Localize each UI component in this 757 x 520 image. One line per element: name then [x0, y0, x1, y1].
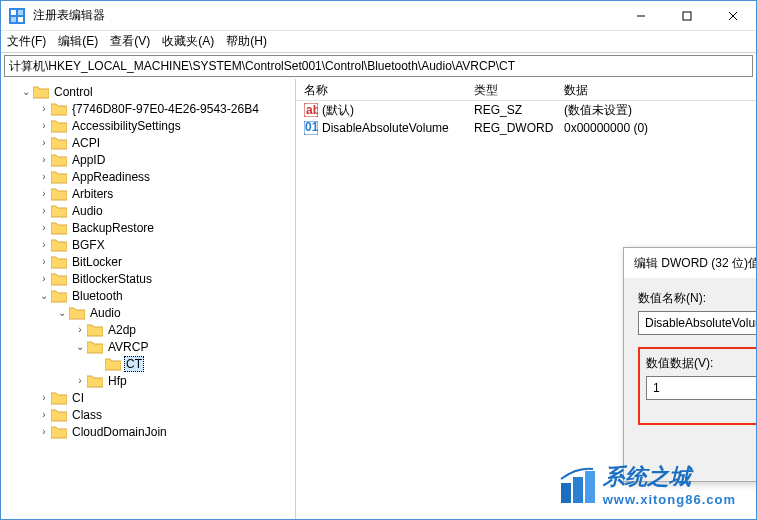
tree-node[interactable]: ›BGFX — [1, 236, 295, 253]
watermark: 系统之城 www.xitong86.com — [557, 462, 736, 507]
close-button[interactable] — [710, 1, 756, 31]
value-data-highlight: 数值数据(V): — [638, 347, 757, 425]
folder-icon — [51, 425, 67, 439]
svg-rect-4 — [18, 17, 23, 22]
folder-icon — [51, 170, 67, 184]
chevron-right-icon[interactable]: › — [73, 375, 87, 386]
chevron-down-icon[interactable]: ⌄ — [55, 307, 69, 318]
menu-edit[interactable]: 编辑(E) — [58, 33, 98, 50]
list-item[interactable]: 011DisableAbsoluteVolume REG_DWORD 0x000… — [296, 119, 756, 137]
watermark-url: www.xitong86.com — [603, 492, 736, 507]
chevron-right-icon[interactable]: › — [73, 324, 87, 335]
chevron-right-icon[interactable]: › — [37, 239, 51, 250]
svg-text:011: 011 — [305, 121, 318, 134]
folder-icon — [51, 153, 67, 167]
svg-rect-1 — [11, 10, 16, 15]
tree-node-control[interactable]: ⌄ Control — [1, 83, 295, 100]
tree-node-bluetooth[interactable]: ⌄Bluetooth — [1, 287, 295, 304]
menu-view[interactable]: 查看(V) — [110, 33, 150, 50]
tree-node[interactable]: ›A2dp — [1, 321, 295, 338]
menu-file[interactable]: 文件(F) — [7, 33, 46, 50]
chevron-right-icon[interactable]: › — [37, 392, 51, 403]
list-panel: 名称 类型 数据 ab(默认) REG_SZ (数值未设置) 011Disabl… — [296, 79, 756, 519]
chevron-right-icon[interactable]: › — [37, 256, 51, 267]
tree-node[interactable]: ›AppID — [1, 151, 295, 168]
tree-node[interactable]: ›Audio — [1, 202, 295, 219]
dword-value-icon: 011 — [304, 121, 318, 135]
chevron-right-icon[interactable]: › — [37, 154, 51, 165]
folder-icon — [51, 391, 67, 405]
tree-node[interactable]: ›CloudDomainJoin — [1, 423, 295, 440]
col-name[interactable]: 名称 — [296, 79, 466, 100]
tree-node[interactable]: ›AppReadiness — [1, 168, 295, 185]
window-title: 注册表编辑器 — [33, 7, 618, 24]
list-item[interactable]: ab(默认) REG_SZ (数值未设置) — [296, 101, 756, 119]
string-value-icon: ab — [304, 103, 318, 117]
col-type[interactable]: 类型 — [466, 79, 556, 100]
tree-node[interactable]: ›Arbiters — [1, 185, 295, 202]
list-header: 名称 类型 数据 — [296, 79, 756, 101]
chevron-right-icon[interactable]: › — [37, 205, 51, 216]
folder-icon — [51, 221, 67, 235]
value-name-label: 数值名称(N): — [638, 290, 757, 307]
folder-icon — [51, 408, 67, 422]
menu-help[interactable]: 帮助(H) — [226, 33, 267, 50]
svg-rect-15 — [585, 471, 595, 503]
folder-icon — [105, 357, 121, 371]
regedit-icon — [9, 8, 25, 24]
tree-node[interactable]: ›BitlockerStatus — [1, 270, 295, 287]
chevron-right-icon[interactable]: › — [37, 103, 51, 114]
folder-icon — [51, 272, 67, 286]
watermark-name: 系统之城 — [603, 462, 736, 492]
tree-node-bt-audio[interactable]: ⌄Audio — [1, 304, 295, 321]
svg-text:ab: ab — [306, 103, 318, 117]
tree-node[interactable]: ›CI — [1, 389, 295, 406]
folder-icon — [51, 204, 67, 218]
value-name-input[interactable] — [638, 311, 757, 335]
address-bar[interactable]: 计算机\HKEY_LOCAL_MACHINE\SYSTEM\ControlSet… — [4, 55, 753, 77]
tree-node[interactable]: ›Hfp — [1, 372, 295, 389]
dialog-titlebar[interactable]: 编辑 DWORD (32 位)值 ✕ — [624, 248, 757, 278]
chevron-right-icon[interactable]: › — [37, 273, 51, 284]
svg-rect-14 — [573, 477, 583, 503]
folder-icon — [51, 119, 67, 133]
tree-panel[interactable]: ⌄ Control ›{7746D80F-97E0-4E26-9543-26B4… — [1, 79, 296, 519]
col-data[interactable]: 数据 — [556, 79, 756, 100]
edit-dword-dialog: 编辑 DWORD (32 位)值 ✕ 数值名称(N): 数值数据(V): 基数 … — [623, 247, 757, 482]
dialog-title: 编辑 DWORD (32 位)值 — [634, 255, 757, 272]
address-text: 计算机\HKEY_LOCAL_MACHINE\SYSTEM\ControlSet… — [9, 58, 515, 75]
tree-node[interactable]: ›BackupRestore — [1, 219, 295, 236]
tree-node[interactable]: ›Class — [1, 406, 295, 423]
folder-icon — [87, 374, 103, 388]
chevron-down-icon[interactable]: ⌄ — [37, 290, 51, 301]
titlebar: 注册表编辑器 — [1, 1, 756, 31]
tree-node[interactable]: ›BitLocker — [1, 253, 295, 270]
tree-node[interactable]: ›AccessibilitySettings — [1, 117, 295, 134]
tree-node-ct[interactable]: ·CT — [1, 355, 295, 372]
svg-rect-13 — [561, 483, 571, 503]
tree-node[interactable]: ›ACPI — [1, 134, 295, 151]
chevron-right-icon[interactable]: › — [37, 137, 51, 148]
folder-icon — [51, 238, 67, 252]
maximize-button[interactable] — [664, 1, 710, 31]
chevron-right-icon[interactable]: › — [37, 188, 51, 199]
chevron-down-icon[interactable]: ⌄ — [73, 341, 87, 352]
chevron-down-icon[interactable]: ⌄ — [19, 86, 33, 97]
value-data-input[interactable] — [646, 376, 757, 400]
chevron-right-icon[interactable]: › — [37, 120, 51, 131]
menubar: 文件(F) 编辑(E) 查看(V) 收藏夹(A) 帮助(H) — [1, 31, 756, 53]
minimize-button[interactable] — [618, 1, 664, 31]
folder-icon — [87, 323, 103, 337]
watermark-logo-icon — [557, 465, 597, 505]
value-data-label: 数值数据(V): — [646, 355, 757, 372]
tree-node-avrcp[interactable]: ⌄AVRCP — [1, 338, 295, 355]
chevron-right-icon[interactable]: › — [37, 409, 51, 420]
tree-node[interactable]: ›{7746D80F-97E0-4E26-9543-26B4 — [1, 100, 295, 117]
chevron-right-icon[interactable]: › — [37, 426, 51, 437]
svg-rect-2 — [18, 10, 23, 15]
menu-favorites[interactable]: 收藏夹(A) — [162, 33, 214, 50]
folder-icon — [51, 136, 67, 150]
chevron-right-icon[interactable]: › — [37, 171, 51, 182]
folder-icon — [51, 255, 67, 269]
chevron-right-icon[interactable]: › — [37, 222, 51, 233]
